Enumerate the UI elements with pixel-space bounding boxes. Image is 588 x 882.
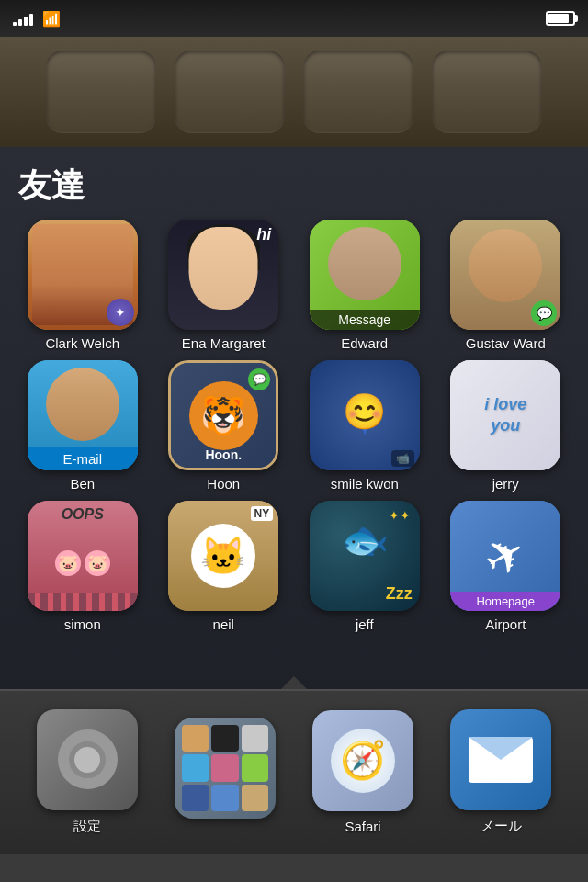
dock-label-settings: 設定	[74, 818, 101, 835]
shelf-slot-3	[303, 51, 413, 133]
mini-icon-4	[182, 754, 209, 781]
chat-badge-gustav: 💬	[531, 300, 557, 326]
dock-item-settings[interactable]: 設定	[37, 709, 138, 835]
signal-bar-1	[13, 22, 17, 26]
app-airport[interactable]: ✈ Homepage Airport	[440, 501, 572, 632]
app-label-jerry: jerry	[492, 476, 519, 492]
mini-icon-5	[211, 754, 238, 781]
gustav-face	[469, 229, 542, 302]
shelf-slot-4	[432, 51, 542, 133]
app-smile-kwon[interactable]: ♥ 😊 📹 smile kwon	[299, 360, 431, 492]
dock: 設定 🧭 Safari	[0, 689, 588, 854]
dock-icon-folder[interactable]	[175, 718, 276, 819]
app-label-jeff: jeff	[356, 616, 374, 632]
app-label-hoon: Hoon	[207, 476, 240, 492]
battery-indicator	[546, 11, 575, 26]
edward-face	[328, 227, 401, 300]
app-simon[interactable]: OOPS 🐷 🐷 simon	[17, 501, 149, 632]
folder-view: 友達 ✦ Clark Welch	[0, 147, 588, 689]
ena-face	[189, 227, 258, 310]
dock-icon-settings[interactable]	[37, 709, 138, 810]
chat-bubble-hoon: 💬	[248, 368, 270, 390]
battery-icon	[546, 11, 575, 26]
app-icon-ben[interactable]: E-mail	[28, 360, 138, 470]
app-jeff[interactable]: ✦✦ 🐟 Zzz jeff	[299, 501, 431, 632]
app-icon-edward[interactable]: Message	[310, 220, 420, 330]
app-jerry[interactable]: i loveyou jerry	[440, 360, 572, 492]
zzz-text: Zzz	[386, 584, 413, 604]
hi-text: hi	[256, 225, 271, 244]
app-icon-neil[interactable]: NY 🐱	[168, 501, 278, 611]
shelf-slot-1	[46, 51, 156, 133]
battery-fill	[548, 14, 569, 23]
video-icon: 📹	[391, 450, 414, 467]
app-icon-simon[interactable]: OOPS 🐷 🐷	[28, 501, 138, 611]
app-icon-jerry[interactable]: i loveyou	[450, 360, 560, 470]
message-badge: Message	[310, 310, 420, 330]
email-badge: E-mail	[28, 447, 138, 470]
app-ben[interactable]: E-mail Ben	[17, 360, 149, 492]
app-label-ben: Ben	[70, 476, 95, 492]
signal-bar-3	[24, 17, 28, 26]
app-icon-clark-welch[interactable]: ✦	[28, 220, 138, 330]
mini-icon-1	[182, 725, 209, 752]
mini-icon-8	[211, 785, 238, 811]
app-neil[interactable]: NY 🐱 neil	[158, 501, 290, 632]
status-bar: 📶	[0, 0, 588, 37]
mini-icon-6	[242, 754, 268, 781]
app-edward[interactable]: Message Edward	[299, 220, 431, 351]
homepage-badge: Homepage	[450, 592, 560, 611]
signal-bars	[13, 11, 33, 26]
app-clark-welch[interactable]: ✦ Clark Welch	[17, 220, 149, 351]
dock-icon-mail[interactable]	[450, 709, 551, 810]
folder-title: 友達	[0, 147, 588, 220]
mini-icon-2	[211, 725, 238, 752]
app-label-simon: simon	[64, 616, 101, 632]
app-label-edward: Edward	[341, 335, 388, 351]
settings-icon-visual	[37, 709, 138, 810]
app-label-smile-kwon: smile kwon	[331, 476, 399, 492]
app-ena-margaret[interactable]: hi Ena Margaret	[158, 220, 290, 351]
fish-emoji: 🐟	[341, 517, 389, 562]
app-icon-hoon[interactable]: 🐯 Hoon. 💬	[168, 360, 278, 470]
mini-icon-9	[242, 785, 268, 811]
dock-item-mail[interactable]: メール	[450, 709, 551, 835]
dock-label-mail: メール	[481, 818, 522, 835]
safari-compass: 🧭	[331, 729, 395, 793]
dock-item-folder[interactable]	[175, 718, 276, 826]
signal-bar-4	[29, 14, 33, 26]
app-label-clark-welch: Clark Welch	[45, 335, 119, 351]
top-shelf	[0, 37, 588, 147]
app-label-neil: neil	[213, 616, 234, 632]
app-icon-jeff[interactable]: ✦✦ 🐟 Zzz	[310, 501, 420, 611]
pig-faces: 🐷 🐷	[55, 550, 110, 576]
app-label-airport: Airport	[485, 616, 526, 632]
dock-icon-safari[interactable]: 🧭	[312, 710, 413, 811]
compass-badge: ✦	[107, 299, 134, 326]
mini-icon-7	[182, 785, 209, 811]
app-label-gustav-ward: Gustav Ward	[466, 335, 546, 351]
dock-item-safari[interactable]: 🧭 Safari	[312, 710, 413, 834]
prison-bars	[28, 593, 138, 611]
app-hoon[interactable]: 🐯 Hoon. 💬 Hoon	[158, 360, 290, 492]
oops-text: OOPS	[28, 506, 138, 523]
signal-bar-2	[18, 19, 22, 26]
folder-icon-visual	[175, 718, 276, 819]
app-icon-smile-kwon[interactable]: ♥ 😊 📹	[310, 360, 420, 470]
app-gustav-ward[interactable]: 💬 Gustav Ward	[440, 220, 572, 351]
stars: ✦✦	[389, 508, 411, 523]
mail-envelope	[469, 737, 533, 783]
status-left: 📶	[13, 10, 61, 28]
app-grid: ✦ Clark Welch hi Ena Margaret Message	[0, 220, 588, 632]
app-icon-ena-margaret[interactable]: hi	[168, 220, 278, 330]
plane-icon: ✈	[474, 522, 537, 590]
safari-icon-visual: 🧭	[312, 710, 413, 811]
i-love-you-text: i loveyou	[484, 394, 526, 437]
hoon-label: Hoon.	[171, 447, 276, 462]
dock-label-safari: Safari	[345, 819, 380, 834]
app-icon-airport[interactable]: ✈ Homepage	[450, 501, 560, 611]
mini-icon-3	[242, 725, 268, 752]
wifi-icon: 📶	[42, 10, 61, 28]
app-icon-gustav-ward[interactable]: 💬	[450, 220, 560, 330]
dock-arrow	[281, 676, 307, 689]
